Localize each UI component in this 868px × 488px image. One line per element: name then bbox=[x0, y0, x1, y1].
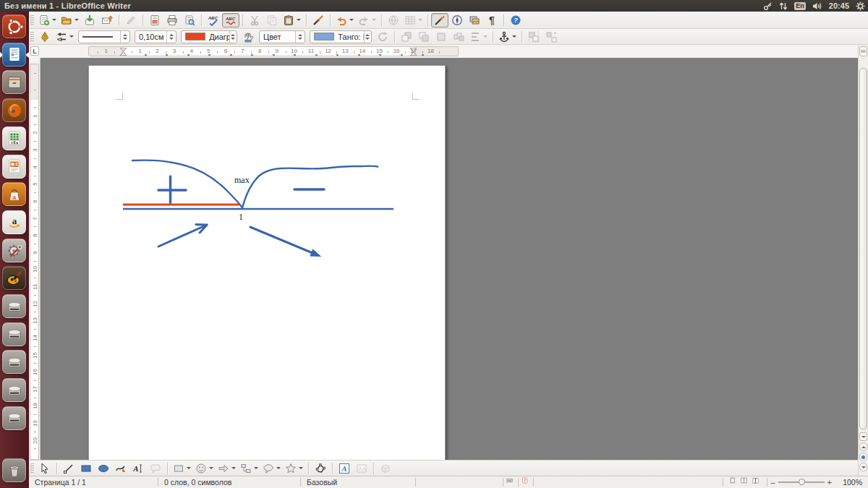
launcher-item-trash[interactable] bbox=[2, 458, 26, 482]
arrow-up-right-shape[interactable] bbox=[158, 225, 207, 247]
auto-spellcheck-toggle[interactable]: ABC bbox=[222, 13, 239, 27]
callouts-tool-button[interactable] bbox=[147, 461, 164, 476]
launcher-item-amazon[interactable]: a bbox=[2, 210, 26, 234]
export-pdf-button[interactable]: PDF bbox=[146, 13, 163, 27]
anchor-button[interactable] bbox=[496, 30, 519, 44]
area-color-select[interactable]: Танго: Го bbox=[310, 30, 372, 43]
navigator-button[interactable] bbox=[448, 13, 466, 27]
launcher-item-paint-app[interactable] bbox=[2, 266, 26, 290]
freeform-line-tool-button[interactable] bbox=[112, 461, 129, 476]
wrap-button[interactable] bbox=[433, 30, 450, 44]
edit-points-button[interactable] bbox=[312, 461, 329, 476]
area-style-select[interactable]: Цвет bbox=[259, 30, 305, 43]
launcher-item-firefox[interactable] bbox=[2, 98, 26, 122]
dropdown-caret-icon[interactable] bbox=[276, 467, 281, 471]
dropdown-caret-icon[interactable] bbox=[372, 19, 376, 23]
print-button[interactable] bbox=[163, 13, 181, 27]
max-label[interactable]: max bbox=[234, 175, 250, 185]
new-document-button[interactable] bbox=[36, 13, 59, 27]
document-page[interactable]: max 1 bbox=[88, 65, 446, 460]
open-button[interactable] bbox=[59, 13, 81, 27]
zoom-out-button[interactable]: – bbox=[770, 478, 775, 487]
navigate-by-button[interactable] bbox=[859, 453, 867, 461]
keyboard-layout-badge[interactable]: En bbox=[794, 2, 806, 10]
zoom-slider-handle[interactable] bbox=[799, 479, 805, 485]
text-box-tool-button[interactable]: A bbox=[129, 461, 147, 476]
line-style-select[interactable] bbox=[78, 30, 130, 43]
zoom-slider-track[interactable] bbox=[778, 481, 825, 483]
launcher-item-file-manager[interactable] bbox=[2, 70, 26, 94]
insert-table-button[interactable] bbox=[402, 13, 425, 27]
paste-button[interactable] bbox=[281, 13, 303, 27]
toolbar-grip[interactable] bbox=[30, 32, 34, 42]
launcher-item-disk-drive-5[interactable] bbox=[2, 406, 26, 430]
point-label[interactable]: 1 bbox=[239, 212, 243, 222]
spin-buttons[interactable] bbox=[166, 31, 176, 43]
dropdown-caret-icon[interactable] bbox=[299, 467, 303, 471]
email-button[interactable] bbox=[98, 13, 116, 27]
dropdown-caret-icon[interactable] bbox=[512, 35, 516, 40]
dropdown-caret-icon[interactable] bbox=[349, 19, 354, 23]
word-count-status[interactable]: 0 слов, 0 символов bbox=[158, 478, 300, 487]
dropdown-caret-icon[interactable] bbox=[52, 19, 56, 23]
ungroup-button[interactable] bbox=[542, 30, 560, 44]
spin-buttons[interactable] bbox=[364, 31, 371, 43]
plus-sign-shape[interactable] bbox=[158, 176, 186, 203]
stars-button[interactable] bbox=[283, 461, 305, 476]
dropdown-caret-icon[interactable] bbox=[69, 35, 74, 40]
volume-icon[interactable] bbox=[812, 1, 822, 11]
session-gear-icon[interactable] bbox=[856, 1, 865, 11]
group-button[interactable] bbox=[525, 30, 542, 44]
page-style-status[interactable]: Базовый bbox=[301, 478, 415, 487]
dropdown-caret-icon[interactable] bbox=[254, 467, 258, 471]
redo-button[interactable] bbox=[356, 13, 378, 27]
symbol-shapes-button[interactable] bbox=[193, 461, 216, 476]
formatting-marks-button[interactable]: ¶ bbox=[483, 13, 501, 27]
ellipse-tool-button[interactable] bbox=[95, 461, 112, 476]
print-preview-button[interactable] bbox=[181, 13, 198, 27]
hyperlink-button[interactable] bbox=[385, 13, 402, 27]
zoom-level-status[interactable]: 100% bbox=[835, 478, 868, 487]
line-width-input[interactable]: 0,10см bbox=[135, 30, 176, 43]
previous-page-button[interactable] bbox=[859, 442, 867, 451]
updown-arrows-icon[interactable] bbox=[779, 1, 788, 11]
undo-button[interactable] bbox=[333, 13, 356, 27]
line-tool-button[interactable] bbox=[60, 461, 77, 476]
vertical-ruler[interactable]: 1234567891011121314151617181920 bbox=[29, 58, 41, 460]
area-properties-button[interactable] bbox=[239, 30, 257, 44]
launcher-item-libreoffice-writer[interactable] bbox=[2, 43, 26, 67]
clock[interactable]: 20:45 bbox=[829, 1, 849, 10]
help-button[interactable]: ? bbox=[507, 13, 524, 27]
key-icon[interactable] bbox=[763, 1, 773, 11]
dropdown-caret-icon[interactable] bbox=[483, 35, 488, 40]
tab-stop-selector[interactable]: L bbox=[30, 46, 39, 56]
select-tool-button[interactable] bbox=[36, 461, 54, 476]
dropdown-caret-icon[interactable] bbox=[187, 467, 191, 471]
launcher-item-disk-drive-4[interactable] bbox=[2, 378, 26, 402]
launcher-item-disk-drive-2[interactable] bbox=[2, 322, 26, 346]
save-button[interactable] bbox=[81, 13, 98, 27]
left-margin-marker-icon[interactable] bbox=[120, 48, 127, 56]
callout-shapes-button[interactable] bbox=[260, 461, 283, 476]
line-color-select[interactable]: Диагра bbox=[181, 30, 237, 43]
single-page-view-icon[interactable] bbox=[729, 477, 738, 487]
spin-buttons[interactable] bbox=[295, 31, 305, 43]
book-view-icon[interactable] bbox=[752, 477, 761, 487]
page-number-status[interactable]: Страница 1 / 1 bbox=[29, 478, 158, 487]
document-workspace[interactable]: 1234567891011121314151617181920 max 1 bbox=[29, 58, 858, 460]
scroll-top-button[interactable] bbox=[859, 46, 867, 56]
multi-page-view-icon[interactable] bbox=[741, 477, 749, 487]
basic-shapes-button[interactable] bbox=[171, 461, 193, 476]
block-arrows-button[interactable] bbox=[216, 461, 238, 476]
send-to-back-button[interactable] bbox=[415, 30, 433, 44]
zoom-slider[interactable]: – + bbox=[770, 478, 832, 487]
dropdown-caret-icon[interactable] bbox=[418, 19, 422, 23]
launcher-item-software-center[interactable]: A bbox=[2, 182, 26, 206]
arrange-button[interactable] bbox=[450, 30, 467, 44]
launcher-item-disk-drive-1[interactable] bbox=[2, 294, 26, 318]
launcher-item-libreoffice-calc[interactable] bbox=[2, 127, 26, 150]
show-draw-functions-toggle[interactable] bbox=[431, 13, 448, 27]
bring-to-front-button[interactable] bbox=[398, 30, 415, 44]
arrow-down-right-shape[interactable] bbox=[250, 227, 321, 257]
selection-mode-status[interactable] bbox=[503, 477, 518, 487]
